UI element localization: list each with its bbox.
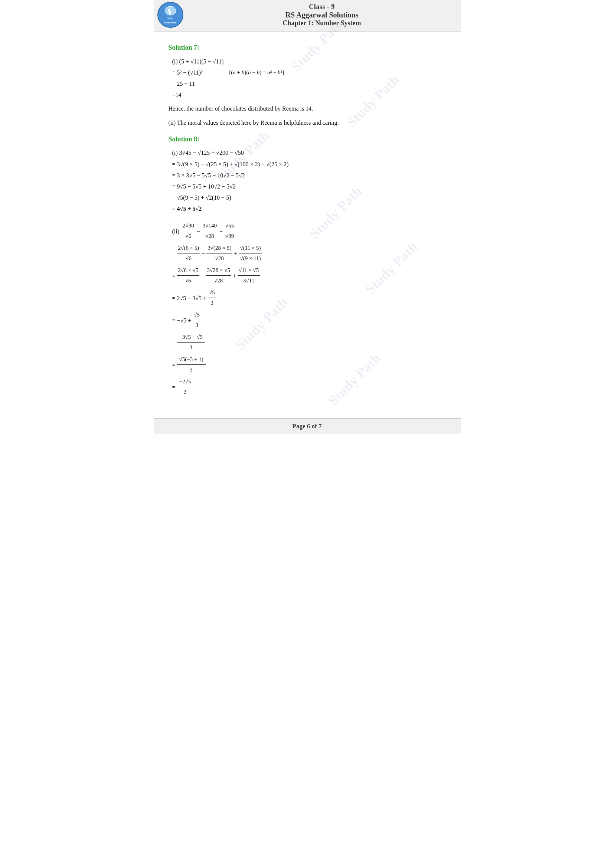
s7-step3: =14	[172, 90, 446, 100]
s8i-step4: = √5(9 − 5) + √2(10 − 5)	[172, 192, 446, 203]
logo-pen-icon: Study	[163, 6, 177, 20]
s7-conclusion: Hence, the number of chocolates distribu…	[169, 104, 446, 113]
s8i-step1: = 3√(9 × 5) − √(25 × 5) + √(100 × 2) − √…	[172, 159, 446, 169]
page-content: Solution 7: (i) (5 + √11)(5 − √11) = 5² …	[154, 31, 460, 425]
s8i-expr: (i) 3√45 − √125 + √200 − √50	[172, 148, 446, 158]
s8ii-step4: = −√5 + √5 3	[172, 310, 446, 330]
logo-inner: Study Study Path	[163, 6, 177, 24]
s8i-step5: = 4√5 + 5√2	[172, 204, 446, 214]
solution-8-part-i: (i) 3√45 − √125 + √200 − √50 = 3√(9 × 5)…	[172, 148, 446, 214]
page-footer: Page 6 of 7	[154, 418, 460, 434]
page-number: Page 6 of 7	[293, 423, 322, 430]
logo-text: Study Path	[163, 21, 177, 24]
header-class: Class - 9	[183, 3, 460, 11]
solution-8-block: Solution 8: (i) 3√45 − √125 + √200 − √50…	[169, 133, 446, 397]
header-titles: Class - 9 RS Aggarwal Solutions Chapter …	[154, 3, 460, 27]
solution-7-heading: Solution 7:	[169, 42, 446, 53]
solution-7-block: Solution 7: (i) (5 + √11)(5 − √11) = 5² …	[169, 42, 446, 128]
s8ii-step5: = −3√5 + √5 3	[172, 333, 446, 353]
page: Study Path Study Path Study Path Study P…	[154, 0, 460, 434]
s7-step2: = 25 − 11	[172, 79, 446, 89]
s8ii-step6: = √5(−3 + 1) 3	[172, 355, 446, 375]
s8ii-step3: = 2√5 − 3√5 + √5 3	[172, 288, 446, 308]
s8ii-step2: = 2√6 × √5 √6 − 3√28 × √5 √28 +	[172, 266, 446, 286]
s8i-step3: = 9√5 − 5√5 + 10√2 − 5√2	[172, 181, 446, 192]
svg-text:Study: Study	[167, 17, 174, 20]
solution-8-heading: Solution 8:	[169, 133, 446, 145]
header-main-title: RS Aggarwal Solutions	[183, 11, 460, 19]
s7-expr: (i) (5 + √11)(5 − √11)	[172, 56, 446, 67]
s8ii-step1: = 2√(6 × 5) √6 − 3√(28 × 5) √28 +	[172, 243, 446, 264]
logo-circle: Study Study Path	[157, 2, 183, 28]
page-header: Study Study Path Class - 9 RS Aggarwal S…	[154, 0, 460, 31]
s7-part-ii: (ii) The moral values depicted here by R…	[169, 118, 446, 128]
s8ii-step7: = −2√5 3	[172, 377, 446, 397]
logo-container: Study Study Path	[157, 2, 185, 30]
s8i-step2: = 3 × 3√5 − 5√5 + 10√2 − 5√2	[172, 170, 446, 180]
s8ii-expr: (ii) 2√30 √6 − 3√140 √28 + √55	[172, 221, 446, 241]
solution-7-part-i: (i) (5 + √11)(5 − √11) = 5² − (√11)² [(a…	[172, 56, 446, 100]
solution-8-part-ii: (ii) 2√30 √6 − 3√140 √28 + √55	[172, 221, 446, 397]
s7-step1: = 5² − (√11)² [(a + b)(a − b) = a² − b²]	[172, 68, 446, 78]
header-chapter: Chapter 1: Number System	[183, 19, 460, 27]
